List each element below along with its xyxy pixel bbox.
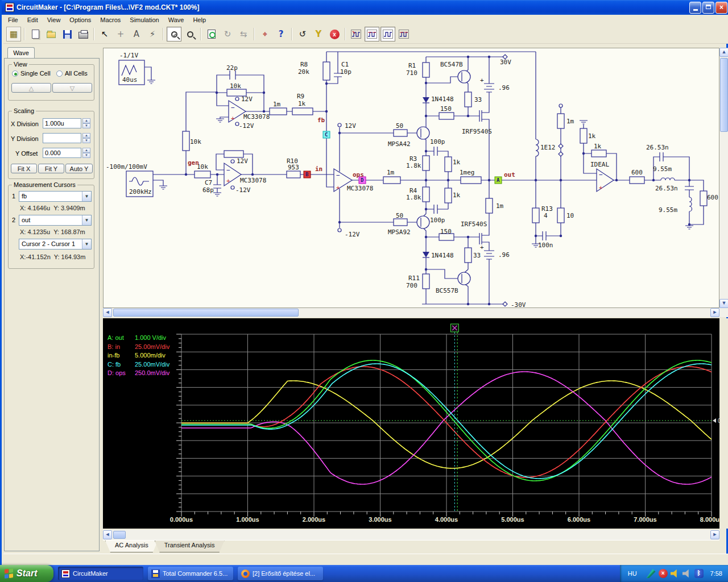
wave-hscroll-thumb[interactable] [113,531,126,539]
stop-button[interactable]: x [327,27,342,41]
radio-all-cells-dot[interactable] [56,70,63,77]
x-division-spinner[interactable]: ▲▼ [82,118,90,128]
hscroll-thumb[interactable] [113,309,299,317]
probe-marker-C[interactable]: C [325,132,328,138]
waveform-hscrollbar[interactable]: ◄ ► [103,530,719,540]
close-button[interactable]: × [715,2,727,14]
trace-button[interactable] [396,27,411,41]
y-offset-spinner[interactable]: ▲▼ [82,148,90,158]
tab-transient-analysis[interactable]: Transient Analysis [155,541,225,552]
menu-view[interactable]: View [43,15,65,24]
schematic-label: 1m [566,118,574,125]
select-tool-button[interactable]: ↖ [97,27,112,41]
volume-icon[interactable] [671,569,680,578]
task-button-cm[interactable]: CircuitMaker [58,567,143,580]
scroll-up-icon[interactable]: ▲ [719,48,728,57]
waveform-panel[interactable]: 0.000us1.000us2.000us3.000us4.000us5.000… [103,318,719,529]
probe-marker-A[interactable]: A [497,177,500,183]
y-division-input[interactable] [43,133,81,143]
legend-Dops: D: ops250.0mV/div [107,369,169,379]
schematic-hscrollbar[interactable]: ◄ ► [103,308,719,317]
task-button-ff[interactable]: [2] Erősítő építése el... [238,567,323,580]
minimize-button[interactable] [689,2,701,14]
wave-scroll-right-icon[interactable]: ► [710,530,719,539]
x-axis-label: 8.000us [700,516,719,523]
menu-options[interactable]: Options [65,15,96,24]
schematic-vscrollbar[interactable]: ▲ ▼ [719,48,728,317]
wave-scroll-left-icon[interactable]: ◄ [103,530,112,539]
bluetooth-icon[interactable]: ᛒ [694,569,704,578]
y-offset-input[interactable] [43,148,81,158]
cursor2-dropdown-arrow-icon[interactable]: ▼ [82,215,91,225]
schematic-label: 33 [474,96,482,103]
auto-y-button[interactable]: Auto Y [65,164,93,173]
reset-button[interactable]: ↺ [295,27,310,41]
pen-tray-icon[interactable] [647,569,656,578]
connections-button[interactable]: ⌖ [258,27,272,41]
preview-button[interactable] [204,27,219,41]
menu-simulation[interactable]: Simulation [125,15,163,24]
menu-edit[interactable]: Edit [23,15,43,24]
scroll-down-icon[interactable]: ▼ [719,299,728,308]
mirror-button[interactable]: ⇆ [236,27,251,41]
x-division-input[interactable] [43,118,81,128]
zoom-tool-button[interactable] [167,27,181,41]
cursor1-dropdown-arrow-icon[interactable]: ▼ [82,192,91,201]
security-alert-icon[interactable]: × [659,569,668,578]
menu-wave[interactable]: Wave [164,15,189,24]
tab-ac-analysis[interactable]: AC Analysis [105,541,158,552]
cursor-diff-select[interactable]: Cursor 2 - Cursor 1▼ [19,239,92,250]
maximize-button[interactable] [702,2,714,14]
start-button[interactable]: Start [0,565,53,582]
zoom-in-button[interactable] [183,27,197,41]
place-part-button[interactable]: + [113,27,128,41]
cell-up-button[interactable]: △ [11,83,51,93]
library-parts-button[interactable]: ▦ [6,27,21,41]
open-file-button[interactable] [44,27,59,41]
taskbar: Start CircuitMakerTotal Commander 6.5...… [0,565,728,582]
y-division-spinner[interactable]: ▲▼ [82,133,90,143]
scope-button[interactable] [380,27,395,41]
text-tool-button[interactable]: A [129,27,144,41]
new-file-button[interactable] [28,27,43,41]
tab-wave[interactable]: Wave [7,47,35,59]
tc-icon [151,569,160,578]
menu-macros[interactable]: Macros [96,15,125,24]
cursor2-select[interactable]: out▼ [19,215,92,226]
rotate-button[interactable]: ↻ [220,27,235,41]
scroll-left-icon[interactable]: ◄ [103,308,112,317]
vscroll-thumb[interactable] [720,58,728,132]
cursor-diff-dropdown-arrow-icon[interactable]: ▼ [82,239,91,249]
language-indicator[interactable]: HU [628,570,637,577]
schematic-canvas[interactable]: CBDA -1/1V40us22p10k12VMC33078-12V1mR91k… [103,48,719,308]
schematic-label: 1.8k [406,162,421,169]
cell-down-button[interactable]: ▽ [52,83,92,93]
menu-file[interactable]: File [3,15,23,24]
help-button[interactable]: ? [274,27,288,41]
sound-device-icon[interactable] [682,569,692,578]
setup-button[interactable]: Y [311,27,326,41]
fit-x-button[interactable]: Fit X [11,164,37,173]
cursor1-select[interactable]: fb▼ [19,191,92,202]
radio-single-cell[interactable]: Single Cell [12,70,51,77]
print-button[interactable] [76,27,90,41]
schematic-label: C7 [205,179,212,186]
scroll-right-icon[interactable]: ► [710,308,719,317]
ff-icon [241,569,250,578]
radio-single-cell-dot[interactable] [12,70,18,77]
fit-y-button[interactable]: Fit Y [38,164,64,173]
x-axis-label: 5.000us [501,516,524,523]
cursor-handle-icon[interactable] [450,324,458,332]
status-strip [3,554,728,565]
cursor2-readout: X: 4.1235u Y: 168.87m [20,228,85,235]
schematic-label: IRF9540S [462,128,492,135]
schematic-label: 10p [340,68,351,76]
menu-help[interactable]: Help [188,15,210,24]
probe-tool-button[interactable]: ⚡ [145,27,160,41]
waveforms-button[interactable] [365,27,379,41]
task-button-tc[interactable]: Total Commander 6.5... [148,567,233,580]
save-button[interactable] [60,27,75,41]
radio-all-cells[interactable]: All Cells [56,70,88,77]
probe-marker-B[interactable]: B [305,172,309,177]
digital-mode-button[interactable] [349,27,363,41]
